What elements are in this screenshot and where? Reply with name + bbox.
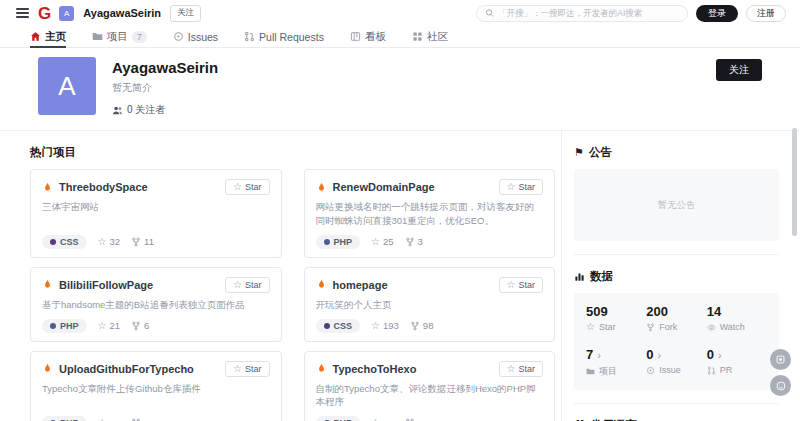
folder-icon [92,31,103,42]
flag-icon: ⚑ [574,147,584,158]
stats-box: 509 ☆Star 200 Fork 14 Watch 7› 项目 [574,293,779,390]
search-input[interactable] [498,8,679,18]
fork-count: 6 [131,320,149,331]
languages-section: {} 常用语言 CSS JavaScript HTML Lua PHP [574,403,779,421]
profile-header: A AyagawaSeirin 暂无简介 0 关注者 关注 [0,48,800,131]
language-dot-icon [324,323,330,329]
stat-projects[interactable]: 7› 项目 [586,347,646,378]
tab-board-label: 看板 [365,30,386,44]
language-pill: PHP [42,319,87,333]
tab-board[interactable]: 看板 [350,26,386,47]
project-name-link[interactable]: ThreebodySpace [59,181,148,193]
star-count: ☆21 [98,320,121,331]
tab-issues[interactable]: Issues [173,26,218,47]
hot-projects-title: 热门项目 [30,145,558,160]
tab-home[interactable]: 主页 [30,26,66,47]
project-card: TypechoToHexo ☆Star 自制的Typecho文章、评论数据迁移到… [304,351,556,421]
tab-pull-requests-label: Pull Requests [259,31,324,43]
language-dot-icon [324,239,330,245]
search-box[interactable] [476,5,688,22]
language-label: CSS [60,237,79,247]
star-button-label: Star [518,364,535,374]
tab-community-label: 社区 [427,30,448,44]
star-icon: ☆ [233,182,242,192]
star-count: ☆72 [98,418,121,421]
project-name-link[interactable]: TypechoToHexo [333,363,417,375]
star-button-label: Star [245,364,262,374]
language-label: PHP [60,321,79,331]
folder-icon [586,367,595,376]
fork-icon [405,237,415,247]
fork-count: 11 [131,236,154,247]
star-button-label: Star [518,182,535,192]
language-pill: PHP [316,416,361,421]
star-button[interactable]: ☆Star [225,277,269,293]
navbar-username[interactable]: AyagawaSeirin [83,7,161,19]
star-count: ☆14 [371,418,394,421]
star-icon: ☆ [586,322,595,332]
fork-icon [131,321,141,331]
flame-icon [42,279,53,290]
people-icon [112,105,123,116]
flame-icon [42,363,53,374]
project-description: 网站更换域名时的一个跳转提示页面，对访客友好的同时蜘蛛访问直接301重定向，优化… [316,200,544,228]
project-name-link[interactable]: UploadGithubForTypecho [59,363,194,375]
tab-pull-requests[interactable]: Pull Requests [244,26,324,47]
star-button[interactable]: ☆Star [499,361,543,377]
star-button[interactable]: ☆Star [499,277,543,293]
project-card: ThreebodySpace ☆Star 三体宇宙网站 CSS ☆32 11 [30,169,282,258]
sidebar: ⚑ 公告 暂无公告 数据 509 ☆Star [561,131,779,421]
stat-fork: 200 Fork [646,304,706,332]
scrollbar-thumb[interactable] [792,128,797,236]
star-button[interactable]: ☆Star [225,361,269,377]
register-button[interactable]: 注册 [746,5,786,22]
star-button-label: Star [245,182,262,192]
issue-icon [646,366,655,375]
top-navbar: G A AyagawaSeirin 关注 登录 注册 [0,0,800,26]
star-button[interactable]: ☆Star [225,179,269,195]
projects-count-badge: 7 [132,31,147,43]
feedback-button[interactable] [770,375,791,396]
star-count: ☆193 [371,320,399,331]
tab-community[interactable]: 社区 [412,26,448,47]
stat-prs[interactable]: 0› PR [707,347,767,378]
home-icon [30,31,41,42]
profile-tabbar: 主页 项目 7 Issues Pull Requests 看板 社区 [0,26,800,48]
star-button[interactable]: ☆Star [499,179,543,195]
stats-section: 数据 509 ☆Star 200 Fork 14 Watch [574,254,779,403]
floating-widget-button[interactable] [770,349,791,370]
stat-watch: 14 Watch [707,304,767,332]
stat-issues[interactable]: 0› Issue [646,347,706,378]
stats-icon [574,271,585,282]
announcement-empty-box: 暂无公告 [574,169,779,241]
star-icon: ☆ [371,321,380,331]
star-count: ☆25 [371,236,394,247]
tab-issues-label: Issues [188,31,218,43]
followers-row[interactable]: 0 关注者 [112,103,218,117]
flame-icon [316,279,327,290]
announcement-title: 公告 [589,145,612,160]
follow-button[interactable]: 关注 [716,59,762,81]
tab-projects[interactable]: 项目 7 [92,26,147,47]
announcement-section: ⚑ 公告 暂无公告 [574,145,779,254]
hamburger-menu-icon[interactable] [16,8,29,18]
navbar-follow-button[interactable]: 关注 [170,5,201,22]
project-description: 基于handsome主题的B站追番列表独立页面作品 [42,298,270,312]
fork-count: 3 [405,236,423,247]
flame-icon [316,363,327,374]
project-name-link[interactable]: BilibiliFollowPage [59,279,153,291]
login-button[interactable]: 登录 [696,5,738,22]
language-label: CSS [334,321,353,331]
fork-icon [646,323,655,332]
user-avatar-small: A [59,6,74,21]
fork-count: 98 [410,320,434,331]
content-area: 热门项目 ThreebodySpace ☆Star 三体宇宙网站 CSS ☆32… [0,131,800,421]
fork-count: 18 [131,418,155,421]
fork-icon [410,321,420,331]
language-pill: PHP [42,416,87,421]
language-dot-icon [50,323,56,329]
project-name-link[interactable]: homepage [333,279,388,291]
project-name-link[interactable]: RenewDomainPage [333,181,435,193]
gitee-logo[interactable]: G [38,5,50,22]
smiley-icon [775,380,787,392]
